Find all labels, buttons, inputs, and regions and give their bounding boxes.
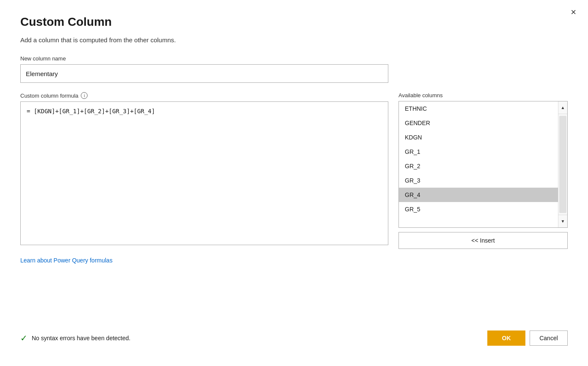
available-columns-section: Available columns ETHNICGENDERKDGNGR_1GR…: [398, 92, 568, 249]
scroll-up-button[interactable]: ▲: [558, 101, 567, 114]
close-button[interactable]: ×: [571, 8, 576, 17]
columns-list-wrapper: ETHNICGENDERKDGNGR_1GR_2GR_3GR_4GR_5 ▲ ▼: [398, 101, 568, 228]
cancel-button[interactable]: Cancel: [530, 330, 568, 346]
custom-column-dialog: × Custom Column Add a column that is com…: [0, 0, 588, 366]
bottom-row: ✓ No syntax errors have been detected. O…: [20, 314, 568, 346]
columns-scrollbar: ▲ ▼: [558, 101, 567, 227]
list-item[interactable]: GENDER: [399, 116, 567, 130]
new-column-name-label: New column name: [20, 55, 568, 62]
formula-label-row: Custom column formula i: [20, 92, 388, 99]
learn-link-row: Learn about Power Query formulas: [20, 257, 568, 264]
formula-textarea[interactable]: = [KDGN]+[GR_1]+[GR_2]+[GR_3]+[GR_4]: [20, 101, 388, 245]
button-row: OK Cancel: [487, 330, 568, 346]
columns-list[interactable]: ETHNICGENDERKDGNGR_1GR_2GR_3GR_4GR_5: [399, 101, 567, 227]
dialog-title: Custom Column: [20, 15, 568, 29]
dialog-subtitle: Add a column that is computed from the o…: [20, 36, 568, 44]
list-item[interactable]: GR_2: [399, 159, 567, 173]
formula-label: Custom column formula: [20, 93, 78, 99]
learn-link[interactable]: Learn about Power Query formulas: [20, 257, 113, 264]
list-item[interactable]: GR_3: [399, 173, 567, 188]
list-item[interactable]: GR_4: [399, 188, 567, 202]
main-content-area: Custom column formula i = [KDGN]+[GR_1]+…: [20, 92, 568, 249]
available-columns-label: Available columns: [398, 92, 568, 98]
formula-info-icon[interactable]: i: [81, 92, 88, 99]
scroll-down-button[interactable]: ▼: [558, 215, 567, 227]
list-item[interactable]: ETHNIC: [399, 101, 567, 116]
list-item[interactable]: GR_5: [399, 202, 567, 216]
list-item[interactable]: GR_1: [399, 145, 567, 159]
new-column-name-input[interactable]: [20, 64, 388, 83]
status-area: ✓ No syntax errors have been detected.: [20, 333, 130, 343]
scrollbar-thumb: [559, 116, 566, 213]
ok-button[interactable]: OK: [487, 330, 525, 346]
insert-button[interactable]: << Insert: [398, 232, 568, 249]
formula-area: Custom column formula i = [KDGN]+[GR_1]+…: [20, 92, 388, 249]
formula-textarea-wrapper: = [KDGN]+[GR_1]+[GR_2]+[GR_3]+[GR_4]: [20, 101, 388, 245]
check-icon: ✓: [20, 333, 27, 343]
list-item[interactable]: KDGN: [399, 130, 567, 145]
status-text: No syntax errors have been detected.: [32, 335, 130, 341]
